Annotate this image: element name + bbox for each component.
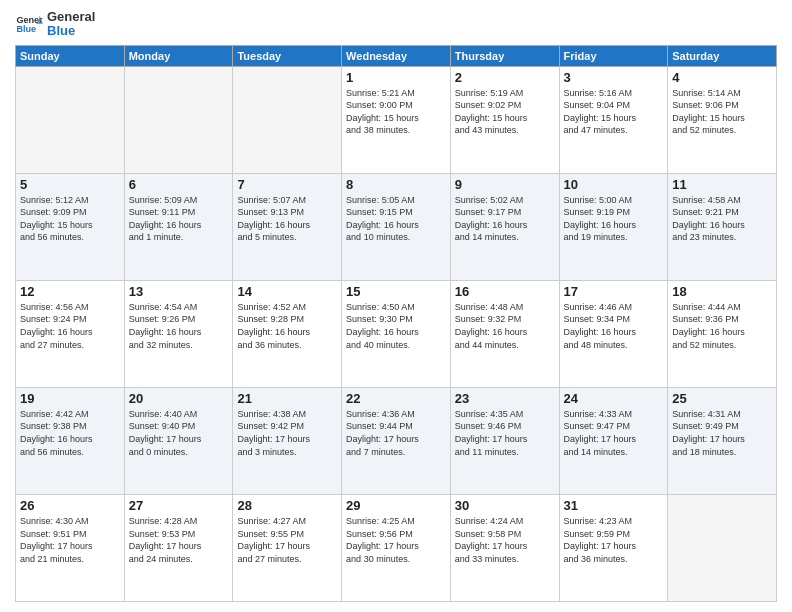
day-info: Sunrise: 4:28 AM Sunset: 9:53 PM Dayligh… bbox=[129, 515, 229, 565]
weekday-header-sunday: Sunday bbox=[16, 45, 125, 66]
calendar-cell: 16Sunrise: 4:48 AM Sunset: 9:32 PM Dayli… bbox=[450, 280, 559, 387]
calendar-cell: 8Sunrise: 5:05 AM Sunset: 9:15 PM Daylig… bbox=[342, 173, 451, 280]
svg-text:Blue: Blue bbox=[16, 25, 36, 35]
day-number: 11 bbox=[672, 177, 772, 192]
day-number: 12 bbox=[20, 284, 120, 299]
day-number: 1 bbox=[346, 70, 446, 85]
calendar-cell: 17Sunrise: 4:46 AM Sunset: 9:34 PM Dayli… bbox=[559, 280, 668, 387]
weekday-header-tuesday: Tuesday bbox=[233, 45, 342, 66]
day-info: Sunrise: 5:02 AM Sunset: 9:17 PM Dayligh… bbox=[455, 194, 555, 244]
day-info: Sunrise: 4:46 AM Sunset: 9:34 PM Dayligh… bbox=[564, 301, 664, 351]
calendar-cell: 27Sunrise: 4:28 AM Sunset: 9:53 PM Dayli… bbox=[124, 494, 233, 601]
calendar-cell: 28Sunrise: 4:27 AM Sunset: 9:55 PM Dayli… bbox=[233, 494, 342, 601]
day-number: 25 bbox=[672, 391, 772, 406]
calendar-cell: 1Sunrise: 5:21 AM Sunset: 9:00 PM Daylig… bbox=[342, 66, 451, 173]
calendar-cell: 31Sunrise: 4:23 AM Sunset: 9:59 PM Dayli… bbox=[559, 494, 668, 601]
calendar-cell: 29Sunrise: 4:25 AM Sunset: 9:56 PM Dayli… bbox=[342, 494, 451, 601]
weekday-header-thursday: Thursday bbox=[450, 45, 559, 66]
day-info: Sunrise: 4:31 AM Sunset: 9:49 PM Dayligh… bbox=[672, 408, 772, 458]
day-number: 17 bbox=[564, 284, 664, 299]
calendar-cell bbox=[233, 66, 342, 173]
calendar-cell: 2Sunrise: 5:19 AM Sunset: 9:02 PM Daylig… bbox=[450, 66, 559, 173]
day-number: 27 bbox=[129, 498, 229, 513]
day-info: Sunrise: 5:07 AM Sunset: 9:13 PM Dayligh… bbox=[237, 194, 337, 244]
day-number: 23 bbox=[455, 391, 555, 406]
calendar-table: SundayMondayTuesdayWednesdayThursdayFrid… bbox=[15, 45, 777, 602]
day-number: 8 bbox=[346, 177, 446, 192]
calendar-cell: 30Sunrise: 4:24 AM Sunset: 9:58 PM Dayli… bbox=[450, 494, 559, 601]
day-info: Sunrise: 5:16 AM Sunset: 9:04 PM Dayligh… bbox=[564, 87, 664, 137]
weekday-header-monday: Monday bbox=[124, 45, 233, 66]
logo-icon: General Blue bbox=[15, 10, 43, 38]
calendar-cell: 9Sunrise: 5:02 AM Sunset: 9:17 PM Daylig… bbox=[450, 173, 559, 280]
day-info: Sunrise: 5:14 AM Sunset: 9:06 PM Dayligh… bbox=[672, 87, 772, 137]
calendar-cell bbox=[668, 494, 777, 601]
day-info: Sunrise: 4:24 AM Sunset: 9:58 PM Dayligh… bbox=[455, 515, 555, 565]
day-number: 18 bbox=[672, 284, 772, 299]
day-info: Sunrise: 4:40 AM Sunset: 9:40 PM Dayligh… bbox=[129, 408, 229, 458]
day-info: Sunrise: 4:54 AM Sunset: 9:26 PM Dayligh… bbox=[129, 301, 229, 351]
day-number: 30 bbox=[455, 498, 555, 513]
day-number: 4 bbox=[672, 70, 772, 85]
calendar-cell: 22Sunrise: 4:36 AM Sunset: 9:44 PM Dayli… bbox=[342, 387, 451, 494]
day-number: 3 bbox=[564, 70, 664, 85]
calendar-cell: 4Sunrise: 5:14 AM Sunset: 9:06 PM Daylig… bbox=[668, 66, 777, 173]
calendar-cell: 11Sunrise: 4:58 AM Sunset: 9:21 PM Dayli… bbox=[668, 173, 777, 280]
calendar-cell: 12Sunrise: 4:56 AM Sunset: 9:24 PM Dayli… bbox=[16, 280, 125, 387]
calendar-cell: 24Sunrise: 4:33 AM Sunset: 9:47 PM Dayli… bbox=[559, 387, 668, 494]
day-info: Sunrise: 4:36 AM Sunset: 9:44 PM Dayligh… bbox=[346, 408, 446, 458]
day-number: 14 bbox=[237, 284, 337, 299]
day-info: Sunrise: 4:52 AM Sunset: 9:28 PM Dayligh… bbox=[237, 301, 337, 351]
day-info: Sunrise: 5:00 AM Sunset: 9:19 PM Dayligh… bbox=[564, 194, 664, 244]
day-number: 13 bbox=[129, 284, 229, 299]
calendar-cell: 3Sunrise: 5:16 AM Sunset: 9:04 PM Daylig… bbox=[559, 66, 668, 173]
logo-blue: Blue bbox=[47, 24, 95, 38]
day-number: 24 bbox=[564, 391, 664, 406]
day-info: Sunrise: 5:09 AM Sunset: 9:11 PM Dayligh… bbox=[129, 194, 229, 244]
logo: General Blue General Blue bbox=[15, 10, 95, 39]
day-info: Sunrise: 4:30 AM Sunset: 9:51 PM Dayligh… bbox=[20, 515, 120, 565]
day-number: 22 bbox=[346, 391, 446, 406]
day-number: 10 bbox=[564, 177, 664, 192]
day-info: Sunrise: 4:27 AM Sunset: 9:55 PM Dayligh… bbox=[237, 515, 337, 565]
calendar-cell: 5Sunrise: 5:12 AM Sunset: 9:09 PM Daylig… bbox=[16, 173, 125, 280]
day-number: 26 bbox=[20, 498, 120, 513]
calendar-cell: 21Sunrise: 4:38 AM Sunset: 9:42 PM Dayli… bbox=[233, 387, 342, 494]
calendar-cell: 25Sunrise: 4:31 AM Sunset: 9:49 PM Dayli… bbox=[668, 387, 777, 494]
day-number: 19 bbox=[20, 391, 120, 406]
day-info: Sunrise: 4:58 AM Sunset: 9:21 PM Dayligh… bbox=[672, 194, 772, 244]
calendar-cell bbox=[124, 66, 233, 173]
day-info: Sunrise: 5:19 AM Sunset: 9:02 PM Dayligh… bbox=[455, 87, 555, 137]
day-number: 9 bbox=[455, 177, 555, 192]
day-number: 28 bbox=[237, 498, 337, 513]
day-info: Sunrise: 4:44 AM Sunset: 9:36 PM Dayligh… bbox=[672, 301, 772, 351]
day-number: 5 bbox=[20, 177, 120, 192]
day-info: Sunrise: 4:42 AM Sunset: 9:38 PM Dayligh… bbox=[20, 408, 120, 458]
calendar-cell: 19Sunrise: 4:42 AM Sunset: 9:38 PM Dayli… bbox=[16, 387, 125, 494]
day-number: 21 bbox=[237, 391, 337, 406]
calendar-cell: 23Sunrise: 4:35 AM Sunset: 9:46 PM Dayli… bbox=[450, 387, 559, 494]
calendar-week-row: 1Sunrise: 5:21 AM Sunset: 9:00 PM Daylig… bbox=[16, 66, 777, 173]
weekday-header-friday: Friday bbox=[559, 45, 668, 66]
calendar-cell: 15Sunrise: 4:50 AM Sunset: 9:30 PM Dayli… bbox=[342, 280, 451, 387]
calendar-cell: 26Sunrise: 4:30 AM Sunset: 9:51 PM Dayli… bbox=[16, 494, 125, 601]
day-info: Sunrise: 4:56 AM Sunset: 9:24 PM Dayligh… bbox=[20, 301, 120, 351]
day-number: 2 bbox=[455, 70, 555, 85]
weekday-header-saturday: Saturday bbox=[668, 45, 777, 66]
calendar-cell: 10Sunrise: 5:00 AM Sunset: 9:19 PM Dayli… bbox=[559, 173, 668, 280]
page: General Blue General Blue SundayMondayTu… bbox=[0, 0, 792, 612]
calendar-cell: 6Sunrise: 5:09 AM Sunset: 9:11 PM Daylig… bbox=[124, 173, 233, 280]
day-info: Sunrise: 5:21 AM Sunset: 9:00 PM Dayligh… bbox=[346, 87, 446, 137]
day-info: Sunrise: 4:48 AM Sunset: 9:32 PM Dayligh… bbox=[455, 301, 555, 351]
calendar-cell: 14Sunrise: 4:52 AM Sunset: 9:28 PM Dayli… bbox=[233, 280, 342, 387]
day-number: 31 bbox=[564, 498, 664, 513]
day-number: 16 bbox=[455, 284, 555, 299]
logo-general: General bbox=[47, 10, 95, 24]
calendar-cell: 18Sunrise: 4:44 AM Sunset: 9:36 PM Dayli… bbox=[668, 280, 777, 387]
day-info: Sunrise: 4:23 AM Sunset: 9:59 PM Dayligh… bbox=[564, 515, 664, 565]
day-info: Sunrise: 4:33 AM Sunset: 9:47 PM Dayligh… bbox=[564, 408, 664, 458]
day-number: 7 bbox=[237, 177, 337, 192]
day-info: Sunrise: 4:25 AM Sunset: 9:56 PM Dayligh… bbox=[346, 515, 446, 565]
calendar-cell: 7Sunrise: 5:07 AM Sunset: 9:13 PM Daylig… bbox=[233, 173, 342, 280]
weekday-header-row: SundayMondayTuesdayWednesdayThursdayFrid… bbox=[16, 45, 777, 66]
